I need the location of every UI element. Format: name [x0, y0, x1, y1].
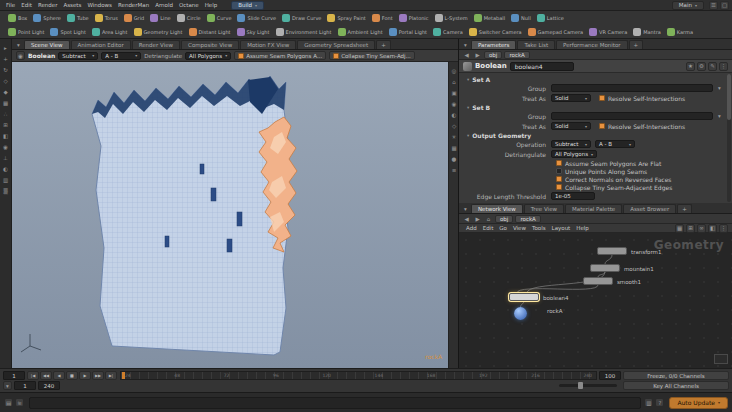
link-display-icon[interactable]: ∞ [697, 224, 706, 233]
display-points-icon[interactable]: ◉ [1, 142, 11, 152]
performance-icon[interactable]: ▥ [644, 398, 653, 407]
shelf-tool[interactable]: Platonic [396, 12, 432, 24]
resolve-a-checkbox[interactable] [599, 95, 605, 101]
new-tab-button[interactable]: + [376, 40, 391, 49]
layout-selector[interactable]: Main ▾ [672, 1, 704, 10]
shelf-tool[interactable]: Spot Light [47, 26, 88, 38]
hamburger-menu-icon[interactable]: ☰ [709, 1, 718, 10]
section-set-a[interactable]: ▾ Set A [459, 75, 732, 83]
favorites-star-icon[interactable]: ★ [686, 62, 695, 71]
stop-button[interactable]: ■ [66, 371, 78, 380]
shelf-tool[interactable]: Torus [92, 12, 121, 24]
menu-item[interactable]: Octane [176, 2, 202, 8]
menu-item[interactable]: Windows [84, 2, 115, 8]
handles-tool-icon[interactable]: ◆ [1, 87, 11, 97]
rockA[interactable]: rockA [514, 307, 527, 320]
range-end-input[interactable]: 240 [38, 381, 60, 390]
cook-status-icon[interactable]: ≋ [15, 398, 24, 407]
pane-menu-icon[interactable]: ▾ [461, 40, 470, 49]
menu-item[interactable]: Tools [529, 225, 549, 231]
current-frame-input[interactable]: 1 [3, 371, 25, 380]
scrollbar-thumb[interactable] [727, 74, 731, 120]
shelf-tool[interactable]: Circle [174, 12, 204, 24]
treat-as-a-select[interactable]: Solid ▾ [551, 94, 591, 102]
shelf-tool[interactable]: Curve [204, 12, 235, 24]
subtract-variant-select[interactable]: A - B ▾ [595, 140, 635, 148]
shelf-tool[interactable]: Area Light [89, 26, 131, 38]
shelf-tool[interactable]: Gamepad Camera [525, 26, 587, 38]
detriangulate-select[interactable]: All Polygons ▾ [551, 150, 597, 158]
gear-icon[interactable]: ⚙ [697, 62, 706, 71]
group-b-input[interactable] [551, 112, 713, 120]
viewport-layout-icon[interactable]: ◧ [1, 131, 11, 141]
menu-item[interactable]: Arnold [152, 2, 176, 8]
shelf-tool[interactable]: Environment Light [273, 26, 335, 38]
shelf-tool[interactable]: Portal Light [386, 26, 430, 38]
menu-item[interactable]: Help [573, 225, 592, 231]
menu-item[interactable]: RenderMan [115, 2, 152, 8]
network-overview[interactable] [714, 354, 728, 364]
breadcrumb-context[interactable]: obj [495, 215, 513, 223]
back-icon[interactable]: ◀ [462, 50, 471, 59]
shelf-tool[interactable]: Box [5, 12, 30, 24]
breadcrumb-node[interactable]: rockA [515, 215, 540, 223]
param-checkbox[interactable] [556, 176, 562, 182]
boolean4[interactable]: boolean4 [509, 293, 539, 301]
snap-icon[interactable]: ▦ [675, 224, 684, 233]
key-all-channels-button[interactable]: Key All Channels [623, 381, 729, 390]
visibility-icon[interactable]: ◐ [1, 164, 11, 174]
breadcrumb-context[interactable]: obj [484, 51, 502, 59]
new-tab-button[interactable]: + [629, 40, 644, 49]
ghost-geometry-icon[interactable]: ▒ [1, 186, 11, 196]
freeze-channels-button[interactable]: Freeze, 0/0 Channels [623, 371, 729, 380]
pane-tab[interactable]: Parameters [471, 40, 516, 49]
shelf-tool[interactable]: Sky Light [234, 26, 273, 38]
params-scrollbar[interactable] [727, 74, 731, 202]
pane-tab[interactable]: Composite View [181, 40, 239, 49]
playback-range-slider[interactable] [559, 384, 617, 387]
shelf-tool[interactable]: Point Light [5, 26, 47, 38]
shelf-tool[interactable]: Grid [121, 12, 148, 24]
shelf-tool[interactable]: Karma [664, 26, 696, 38]
menu-item[interactable]: Go [496, 225, 510, 231]
pane-tab[interactable]: Asset Browser [623, 204, 676, 213]
shelf-tool[interactable]: Ambient Light [335, 26, 386, 38]
mountain1[interactable]: mountain1 [590, 264, 620, 272]
menu-item[interactable]: Render [35, 2, 61, 8]
shelf-tool[interactable]: Mantra [630, 26, 664, 38]
network-canvas[interactable]: Geometry transform1 mountain1 smooth1 bo… [459, 233, 732, 368]
menu-item[interactable]: Layout [549, 225, 574, 231]
menu-item[interactable]: Assets [60, 2, 84, 8]
snap-points-icon[interactable]: ∴ [1, 109, 11, 119]
pin-icon[interactable]: ✎ [708, 62, 717, 71]
play-button[interactable]: ▶ [79, 371, 91, 380]
shelf-tool[interactable]: Switcher Camera [466, 26, 525, 38]
shelf-tool[interactable]: Camera [430, 26, 466, 38]
playback-options-icon[interactable]: ▾ [3, 381, 12, 390]
update-mode-selector[interactable]: Auto Update ▾ [669, 397, 728, 409]
next-keyframe-button[interactable]: ▶▶ [92, 371, 104, 380]
translate-tool-icon[interactable]: + [1, 54, 11, 64]
menu-item[interactable]: Help [202, 2, 221, 8]
menu-item[interactable]: View [510, 225, 529, 231]
jump-to-start-button[interactable]: |◀ [27, 371, 39, 380]
pane-tab[interactable]: Performance Monitor [556, 40, 628, 49]
operation-select[interactable]: Subtract ▾ [58, 52, 98, 60]
pane-tab[interactable]: Take List [517, 40, 555, 49]
breadcrumb-node[interactable]: rockA [504, 51, 529, 59]
viewport[interactable]: rockA [12, 62, 448, 368]
shelf-tool[interactable]: L-System [432, 12, 471, 24]
menu-item[interactable]: File [3, 2, 18, 8]
pane-tab[interactable]: Geometry Spreadsheet [297, 40, 375, 49]
pane-tab[interactable]: Material Palette [565, 204, 622, 213]
group-a-input[interactable] [551, 84, 713, 92]
dots-menu-icon[interactable]: ⋮ [719, 224, 728, 233]
desktop-selector[interactable]: Build ▾ [231, 1, 264, 10]
detriangulate-select[interactable]: All Polygons ▾ [185, 52, 231, 60]
rotate-tool-icon[interactable]: ↻ [1, 65, 11, 75]
param-checkbox[interactable] [556, 168, 562, 174]
shelf-tool[interactable]: Font [369, 12, 396, 24]
forward-icon[interactable]: ▶ [473, 50, 482, 59]
prev-keyframe-button[interactable]: ◀◀ [40, 371, 52, 380]
back-icon[interactable]: ◀ [462, 214, 471, 223]
